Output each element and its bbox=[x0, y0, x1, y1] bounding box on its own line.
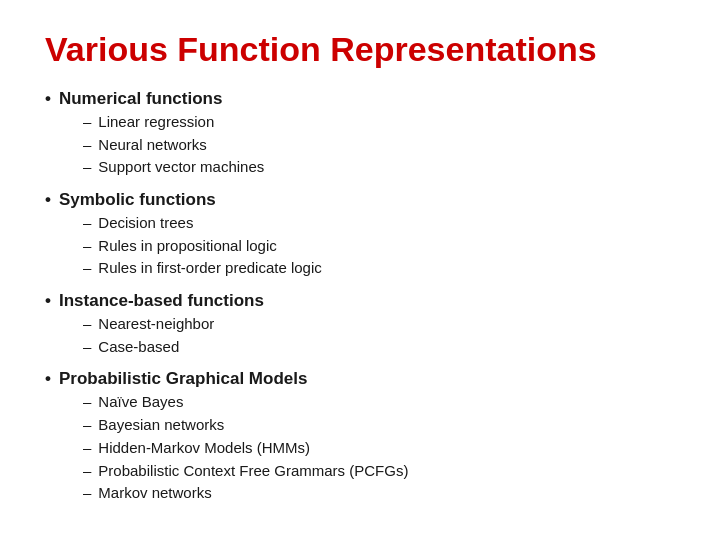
sub-dash-icon: – bbox=[83, 336, 91, 358]
bullet-dot: • bbox=[45, 367, 51, 391]
bullet-dot: • bbox=[45, 289, 51, 313]
bullet-label-probabilistic: Probabilistic Graphical Models bbox=[59, 367, 307, 391]
sub-item: –Rules in propositional logic bbox=[83, 235, 675, 257]
sub-item: –Support vector machines bbox=[83, 156, 675, 178]
sub-items-probabilistic: –Naïve Bayes–Bayesian networks–Hidden-Ma… bbox=[83, 391, 675, 504]
sub-label: Nearest-neighbor bbox=[98, 313, 214, 335]
sub-item: –Case-based bbox=[83, 336, 675, 358]
bullet-dot: • bbox=[45, 87, 51, 111]
content-area: •Numerical functions–Linear regression–N… bbox=[45, 87, 675, 508]
sub-dash-icon: – bbox=[83, 437, 91, 459]
sub-item: –Decision trees bbox=[83, 212, 675, 234]
bullet-item-probabilistic: •Probabilistic Graphical Models–Naïve Ba… bbox=[45, 367, 675, 504]
sub-dash-icon: – bbox=[83, 156, 91, 178]
bullet-item-numerical: •Numerical functions–Linear regression–N… bbox=[45, 87, 675, 178]
sub-item: –Linear regression bbox=[83, 111, 675, 133]
sub-item: –Nearest-neighbor bbox=[83, 313, 675, 335]
sub-label: Case-based bbox=[98, 336, 179, 358]
sub-dash-icon: – bbox=[83, 391, 91, 413]
sub-dash-icon: – bbox=[83, 257, 91, 279]
sub-label: Rules in first-order predicate logic bbox=[98, 257, 321, 279]
sub-label: Rules in propositional logic bbox=[98, 235, 276, 257]
sub-label: Markov networks bbox=[98, 482, 211, 504]
sub-item: –Markov networks bbox=[83, 482, 675, 504]
sub-label: Neural networks bbox=[98, 134, 206, 156]
bullet-label-symbolic: Symbolic functions bbox=[59, 188, 216, 212]
sub-label: Naïve Bayes bbox=[98, 391, 183, 413]
sub-dash-icon: – bbox=[83, 134, 91, 156]
bullet-main-numerical: •Numerical functions bbox=[45, 87, 675, 111]
sub-label: Linear regression bbox=[98, 111, 214, 133]
slide-title: Various Function Representations bbox=[45, 30, 675, 69]
sub-item: –Rules in first-order predicate logic bbox=[83, 257, 675, 279]
sub-dash-icon: – bbox=[83, 460, 91, 482]
sub-item: –Naïve Bayes bbox=[83, 391, 675, 413]
sub-label: Support vector machines bbox=[98, 156, 264, 178]
bullet-main-symbolic: •Symbolic functions bbox=[45, 188, 675, 212]
sub-dash-icon: – bbox=[83, 212, 91, 234]
bullet-dot: • bbox=[45, 188, 51, 212]
sub-item: –Hidden-Markov Models (HMMs) bbox=[83, 437, 675, 459]
sub-dash-icon: – bbox=[83, 482, 91, 504]
sub-dash-icon: – bbox=[83, 414, 91, 436]
bullet-item-instance: •Instance-based functions–Nearest-neighb… bbox=[45, 289, 675, 357]
sub-items-instance: –Nearest-neighbor–Case-based bbox=[83, 313, 675, 358]
sub-item: –Neural networks bbox=[83, 134, 675, 156]
bullet-main-instance: •Instance-based functions bbox=[45, 289, 675, 313]
sub-items-symbolic: –Decision trees–Rules in propositional l… bbox=[83, 212, 675, 279]
sub-label: Hidden-Markov Models (HMMs) bbox=[98, 437, 310, 459]
sub-items-numerical: –Linear regression–Neural networks–Suppo… bbox=[83, 111, 675, 178]
sub-label: Decision trees bbox=[98, 212, 193, 234]
sub-dash-icon: – bbox=[83, 111, 91, 133]
bullet-item-symbolic: •Symbolic functions–Decision trees–Rules… bbox=[45, 188, 675, 279]
sub-dash-icon: – bbox=[83, 313, 91, 335]
sub-item: –Probabilistic Context Free Grammars (PC… bbox=[83, 460, 675, 482]
sub-label: Probabilistic Context Free Grammars (PCF… bbox=[98, 460, 408, 482]
slide: Various Function Representations •Numeri… bbox=[0, 0, 720, 540]
bullet-label-instance: Instance-based functions bbox=[59, 289, 264, 313]
sub-label: Bayesian networks bbox=[98, 414, 224, 436]
bullet-main-probabilistic: •Probabilistic Graphical Models bbox=[45, 367, 675, 391]
sub-item: –Bayesian networks bbox=[83, 414, 675, 436]
sub-dash-icon: – bbox=[83, 235, 91, 257]
bullet-label-numerical: Numerical functions bbox=[59, 87, 222, 111]
